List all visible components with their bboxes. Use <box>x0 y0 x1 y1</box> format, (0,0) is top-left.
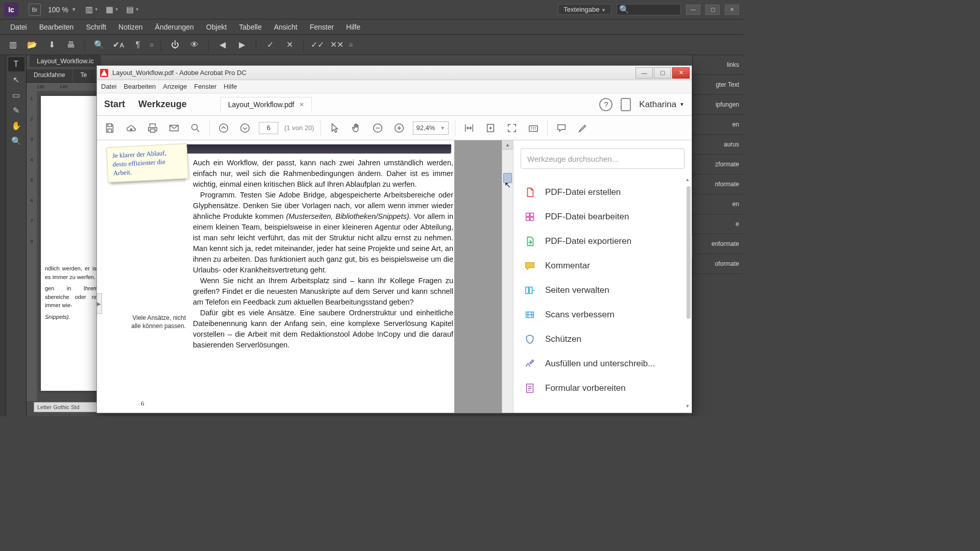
menu-fenster[interactable]: Fenster <box>304 21 340 33</box>
note-tool-icon[interactable]: ▭ <box>8 88 24 102</box>
panel-tblfmt[interactable]: enformate <box>693 234 743 254</box>
email-icon[interactable] <box>166 120 182 136</box>
panel-pstyles[interactable]: zformate <box>693 155 743 174</box>
tab-werkzeuge[interactable]: Werkzeuge <box>138 99 187 110</box>
scroll-up-icon[interactable]: ▲ <box>502 140 513 149</box>
user-menu[interactable]: Katharina▼ <box>639 99 684 110</box>
page-up-icon[interactable] <box>216 120 231 136</box>
panel-thesaurus[interactable]: aurus <box>693 135 743 155</box>
toolbar-overflow-2[interactable]: ≡ <box>349 41 354 49</box>
tool-protect[interactable]: Schützen <box>521 327 684 352</box>
zoom-out-icon[interactable] <box>370 120 385 136</box>
incopy-maximize-button[interactable]: ▢ <box>705 5 720 15</box>
acro-menu-anzeige[interactable]: Anzeige <box>163 83 187 90</box>
select-tool-icon[interactable] <box>327 120 342 136</box>
menu-hilfe[interactable]: Hilfe <box>340 21 366 33</box>
menu-notizen[interactable]: Notizen <box>112 21 149 33</box>
find-icon[interactable]: 🔍 <box>91 37 107 53</box>
zoom-in-icon[interactable] <box>391 120 407 136</box>
tab-start[interactable]: Start <box>104 99 125 110</box>
view-mode-2-icon[interactable]: ▦▼ <box>105 3 119 17</box>
incopy-zoom-select[interactable]: 100 %▼ <box>48 6 77 14</box>
menu-aenderungen[interactable]: Änderungen <box>149 21 200 33</box>
menu-tabelle[interactable]: Tabelle <box>233 21 267 33</box>
tool-comment[interactable]: Kommentar <box>521 254 684 278</box>
sticky-note[interactable]: Je klarer der Ablauf, desto effizienter … <box>106 143 189 187</box>
tool-export-pdf[interactable]: PDF-Datei exportieren <box>521 229 684 254</box>
panel-scroll-up-icon[interactable]: ▲ <box>684 177 691 184</box>
panel-notes[interactable]: en <box>693 115 743 135</box>
acro-menu-hilfe[interactable]: Hilfe <box>224 83 237 90</box>
read-mode-icon[interactable] <box>526 120 541 136</box>
toolbar-overflow-1[interactable]: ≡ <box>150 41 155 49</box>
print-icon[interactable] <box>145 120 160 136</box>
power-icon[interactable]: ⏻ <box>167 37 183 53</box>
tool-create-pdf[interactable]: PDF-Datei erstellen <box>521 180 684 205</box>
panel-collapse-icon[interactable]: ▶ <box>97 293 102 314</box>
incopy-minimize-button[interactable]: — <box>686 5 700 15</box>
page-down-icon[interactable] <box>237 120 253 136</box>
panel-objfmt[interactable]: oformate <box>693 254 743 274</box>
document-scrollbar[interactable]: ▲ ↖ <box>502 140 513 413</box>
incopy-doc-tab[interactable]: Layout_Workflow.ic <box>30 55 101 67</box>
acrobat-maximize-button[interactable]: ▢ <box>654 67 671 79</box>
menu-datei[interactable]: Datei <box>4 21 33 33</box>
view-text[interactable]: Te <box>73 69 94 82</box>
fullscreen-icon[interactable] <box>504 120 520 136</box>
incopy-close-button[interactable]: ✕ <box>725 5 739 15</box>
save-icon[interactable] <box>102 120 117 136</box>
accept-all-icon[interactable]: ✓✓ <box>310 37 325 53</box>
tool-enhance-scans[interactable]: Scans verbessern <box>521 303 684 327</box>
view-druckfahne[interactable]: Druckfahne <box>27 69 72 82</box>
acro-menu-datei[interactable]: Datei <box>101 83 116 90</box>
panel-hyperlinks[interactable]: ipfungen <box>693 95 743 115</box>
text-tool-icon[interactable]: T <box>8 57 24 71</box>
cloud-icon[interactable] <box>124 120 139 136</box>
menu-schrift[interactable]: Schrift <box>80 21 112 33</box>
document-viewport[interactable]: Je klarer der Ablauf, desto effizienter … <box>97 140 513 413</box>
nav-fwd-icon[interactable]: ▶ <box>234 37 250 53</box>
panel-scroll-down-icon[interactable]: ▼ <box>684 404 691 411</box>
panel-text[interactable]: gter Text <box>693 75 743 95</box>
tool-organize-pages[interactable]: Seiten verwalten <box>521 278 684 303</box>
show-hidden-icon[interactable]: ¶ <box>130 37 145 53</box>
panel-e[interactable]: e <box>693 214 743 234</box>
reject-all-icon[interactable]: ✕✕ <box>329 37 345 53</box>
reject-icon[interactable]: ✕ <box>282 37 297 53</box>
eye-icon[interactable]: 👁 <box>187 37 202 53</box>
print-icon[interactable]: 🖶 <box>63 37 79 53</box>
hand-tool-icon[interactable] <box>349 120 364 136</box>
hand-tool-icon[interactable]: ✋ <box>8 118 24 133</box>
tool-fill-sign[interactable]: Ausfüllen und unterschreib... <box>521 352 684 376</box>
fit-page-icon[interactable] <box>483 120 498 136</box>
save-icon[interactable]: ⬇ <box>44 37 59 53</box>
zoom-tool-icon[interactable]: 🔍 <box>8 134 24 148</box>
tool-prepare-form[interactable]: Formular vorbereiten <box>521 376 684 400</box>
acrobat-titlebar[interactable]: Layout_Workflow.pdf - Adobe Acrobat Pro … <box>97 66 692 80</box>
new-icon[interactable]: ▥ <box>5 37 20 53</box>
help-icon[interactable]: ? <box>599 98 612 111</box>
panel-notes2[interactable]: en <box>693 194 743 214</box>
zoom-level-select[interactable]: 92,4%▼ <box>413 121 449 135</box>
panel-scroll-thumb[interactable] <box>687 186 691 319</box>
acrobat-minimize-button[interactable]: — <box>635 67 653 79</box>
spellcheck-icon[interactable]: ✔ᴀ <box>111 37 126 53</box>
menu-bearbeiten[interactable]: Bearbeiten <box>33 21 80 33</box>
highlight-icon[interactable] <box>575 120 591 136</box>
eyedropper-tool-icon[interactable]: ✎ <box>8 103 24 117</box>
view-mode-1-icon[interactable]: ▥▼ <box>85 3 99 17</box>
mobile-link-icon[interactable] <box>621 98 631 111</box>
comment-icon[interactable] <box>554 120 569 136</box>
tool-edit-pdf[interactable]: PDF-Datei bearbeiten <box>521 205 684 229</box>
workspace-select[interactable]: Texteingabe ▼ <box>558 4 611 15</box>
tool-search-input[interactable]: Werkzeuge durchsuchen... <box>521 148 684 169</box>
view-mode-3-icon[interactable]: ▤▼ <box>126 3 140 17</box>
bridge-icon[interactable]: Br <box>29 4 41 16</box>
direct-tool-icon[interactable]: ↖ <box>8 72 24 87</box>
nav-back-icon[interactable]: ◀ <box>215 37 230 53</box>
close-tab-icon[interactable]: ✕ <box>299 101 304 108</box>
acro-menu-bearbeiten[interactable]: Bearbeiten <box>124 83 156 90</box>
search-icon[interactable] <box>188 120 203 136</box>
incopy-search-input[interactable]: 🔍 <box>617 4 681 15</box>
menu-ansicht[interactable]: Ansicht <box>268 21 304 33</box>
